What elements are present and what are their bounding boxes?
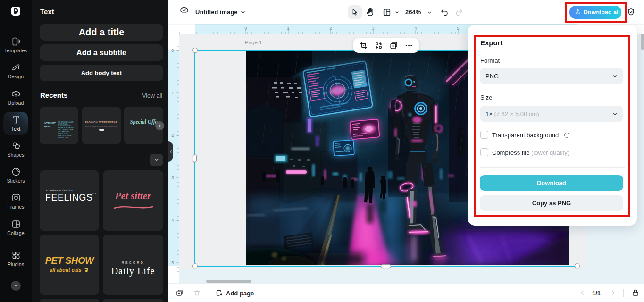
svg-text:5: 5 <box>171 260 174 265</box>
svg-text:1: 1 <box>171 90 174 95</box>
svg-text:0: 0 <box>244 25 247 31</box>
svg-text:2: 2 <box>329 25 332 31</box>
svg-text:5: 5 <box>457 25 459 31</box>
svg-text:3: 3 <box>171 175 174 180</box>
svg-text:3: 3 <box>372 25 374 31</box>
svg-text:2: 2 <box>171 133 174 138</box>
svg-text:4: 4 <box>414 25 417 31</box>
svg-text:4: 4 <box>171 218 174 223</box>
svg-text:1: 1 <box>287 25 289 31</box>
svg-text:0: 0 <box>171 48 174 53</box>
